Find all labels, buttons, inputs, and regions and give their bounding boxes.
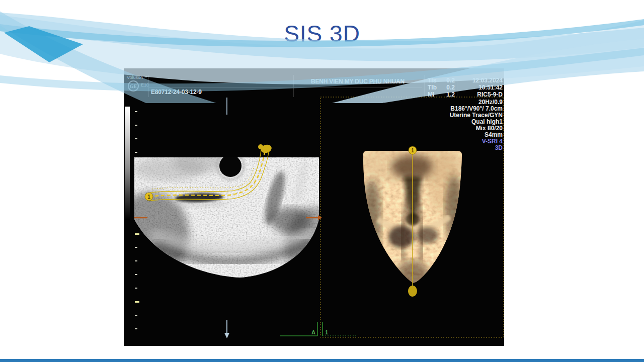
focus-arrow-icon [318,215,322,220]
decorative-waves [0,0,644,103]
ultrasound-screenshot: Voluson™ GE E10 E80712-24-03-12-9 BENH V… [124,68,504,346]
slide-footer-bar [0,359,644,362]
catheter-balloon [219,155,242,177]
panel-a-label: A [311,329,315,335]
bmode-image [124,149,347,282]
panel-axis-labels: A 1 [280,322,356,336]
trace-marker-label: 1 [147,194,150,200]
image-area: 1 [124,68,504,346]
panel-1-label: 1 [325,329,328,335]
down-arrow-icon [224,333,229,338]
presentation-slide: SIS 3D Voluson™ GE E10 E80712-24-03-12-9… [0,0,644,362]
caliper-end-blob [408,286,417,297]
caliper-marker-label: 1 [411,148,414,153]
